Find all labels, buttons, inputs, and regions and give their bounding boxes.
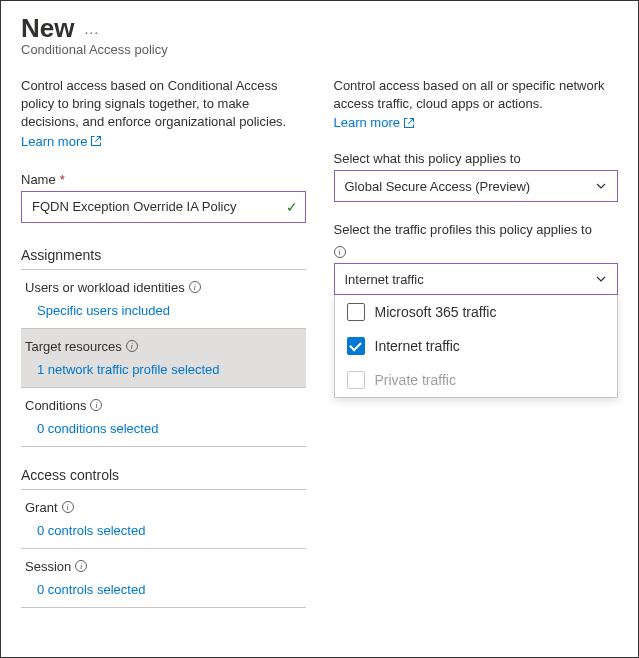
traffic-profiles-panel: Microsoft 365 traffic Internet traffic P… [334, 295, 619, 398]
page-subtitle: Conditional Access policy [21, 42, 618, 57]
grant-section[interactable]: Grant i 0 controls selected [21, 490, 306, 549]
assignments-heading: Assignments [21, 247, 306, 270]
applies-to-dropdown[interactable]: Global Secure Access (Preview) [334, 170, 619, 202]
external-link-icon [90, 135, 102, 147]
external-link-icon [403, 117, 415, 129]
left-description: Control access based on Conditional Acce… [21, 77, 306, 132]
right-description: Control access based on all or specific … [334, 77, 619, 113]
page-root: New ··· Conditional Access policy Contro… [0, 0, 639, 658]
name-field-label: Name * [21, 172, 306, 187]
info-icon[interactable]: i [334, 246, 346, 258]
page-title: New [21, 13, 74, 44]
option-label: Microsoft 365 traffic [375, 304, 497, 320]
checkbox-checked-icon [347, 337, 365, 355]
left-column: Control access based on Conditional Acce… [21, 77, 306, 608]
info-icon[interactable]: i [126, 340, 138, 352]
applies-to-value: Global Secure Access (Preview) [345, 179, 531, 194]
traffic-profiles-dropdown[interactable]: Internet traffic [334, 263, 619, 295]
required-indicator: * [60, 172, 65, 187]
info-icon[interactable]: i [75, 560, 87, 572]
policy-name-input[interactable] [21, 191, 306, 223]
learn-more-label: Learn more [21, 134, 87, 149]
users-section[interactable]: Users or workload identities i Specific … [21, 270, 306, 329]
option-internet-traffic[interactable]: Internet traffic [335, 329, 618, 363]
option-label: Internet traffic [375, 338, 460, 354]
info-icon[interactable]: i [90, 399, 102, 411]
users-label: Users or workload identities [25, 280, 185, 295]
option-m365-traffic[interactable]: Microsoft 365 traffic [335, 295, 618, 329]
validation-success-icon: ✓ [286, 199, 298, 215]
chevron-down-icon [595, 273, 607, 285]
applies-to-label: Select what this policy applies to [334, 151, 619, 166]
chevron-down-icon [595, 180, 607, 192]
profiles-value: Internet traffic [345, 272, 424, 287]
session-value-link[interactable]: 0 controls selected [25, 582, 300, 607]
more-menu-button[interactable]: ··· [84, 24, 99, 40]
info-icon[interactable]: i [62, 501, 74, 513]
checkbox-unchecked-icon [347, 303, 365, 321]
grant-label: Grant [25, 500, 58, 515]
target-resources-section[interactable]: Target resources i 1 network traffic pro… [21, 329, 306, 388]
users-value-link[interactable]: Specific users included [25, 303, 300, 328]
conditions-label: Conditions [25, 398, 86, 413]
profiles-label: Select the traffic profiles this policy … [334, 222, 619, 237]
conditions-section[interactable]: Conditions i 0 conditions selected [21, 388, 306, 447]
checkbox-disabled-icon [347, 371, 365, 389]
learn-more-label: Learn more [334, 115, 400, 130]
target-label: Target resources [25, 339, 122, 354]
target-value-link[interactable]: 1 network traffic profile selected [25, 362, 300, 387]
learn-more-link-right[interactable]: Learn more [334, 115, 415, 130]
info-icon[interactable]: i [189, 281, 201, 293]
name-label-text: Name [21, 172, 56, 187]
grant-value-link[interactable]: 0 controls selected [25, 523, 300, 548]
option-private-traffic: Private traffic [335, 363, 618, 397]
right-column: Control access based on all or specific … [334, 77, 619, 608]
conditions-value-link[interactable]: 0 conditions selected [25, 421, 300, 446]
option-label: Private traffic [375, 372, 456, 388]
learn-more-link-left[interactable]: Learn more [21, 134, 102, 149]
access-controls-heading: Access controls [21, 467, 306, 490]
session-section[interactable]: Session i 0 controls selected [21, 549, 306, 608]
page-header: New ··· Conditional Access policy [21, 13, 618, 57]
session-label: Session [25, 559, 71, 574]
